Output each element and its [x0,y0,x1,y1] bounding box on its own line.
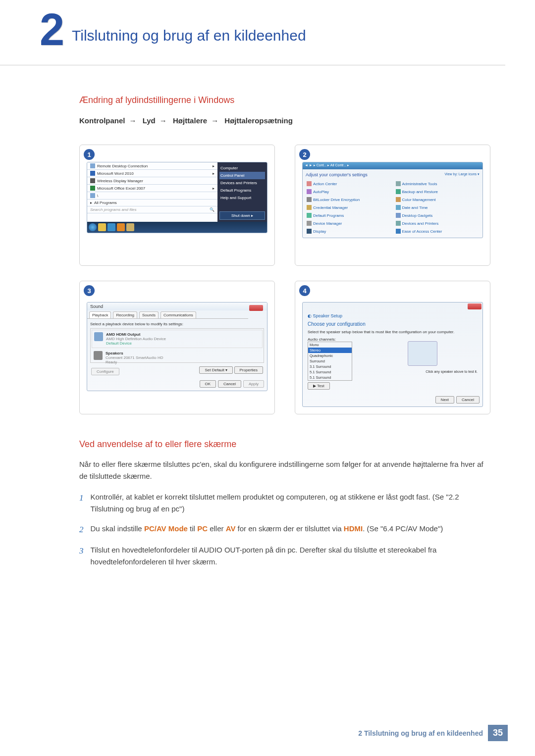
start-item[interactable]: Microsoft Office Excel 2007▸ [87,185,217,192]
autoplay-icon [307,189,312,194]
config-heading: Choose your configuration [308,321,478,327]
display-icon [307,229,312,234]
view-by[interactable]: View by: Large icons ▾ [445,172,480,180]
properties-button[interactable]: Properties [234,366,263,374]
cp-item[interactable]: Date and Time [395,204,480,211]
test-button[interactable]: ▶ Test [308,382,330,390]
start-item[interactable]: Microsoft Word 2010▸ [87,170,217,177]
cp-item[interactable]: Device Manager [306,220,391,227]
ok-button[interactable]: OK [200,380,216,388]
prompt-text: Select a playback device below to modify… [90,322,264,326]
hint-text: Click any speaker above to test it. [367,370,478,373]
cp-item[interactable]: AutoPlay [306,188,391,195]
close-icon[interactable] [468,303,482,309]
search-box[interactable]: Search programs and files🔍 [87,206,217,213]
start-link[interactable]: Help and Support [219,194,265,202]
start-orb-icon[interactable] [89,223,97,231]
taskbar [87,222,267,233]
flag-icon [307,181,312,186]
cp-item[interactable]: Backup and Restore [395,188,480,195]
close-icon[interactable] [249,305,263,311]
sound-tabs: Playback Recording Sounds Communications [87,310,248,319]
step-panel-3: 3 Sound Playback Recording Sounds Commun… [79,281,275,414]
page-footer: 2 Tilslutning og brug af en kildeenhed 3… [358,725,508,741]
step-number-1: 1 [84,149,95,160]
channels-label: Audio channels: [308,337,352,342]
step-number: 2 [79,523,84,536]
section-heading-1: Ændring af lydindstillingerne i Windows [79,95,490,105]
settings-path: Kontrolpanel→ Lyd→ Højttalere→ Højttaler… [79,116,490,125]
chapter-title: Tilslutning og brug af en kildeenhed [72,27,306,44]
next-button[interactable]: Next [435,396,454,403]
speaker-diagram [408,341,437,366]
cp-item[interactable]: Default Programs [306,212,391,219]
step-number-4: 4 [299,285,310,296]
step-item-3: 3 Tilslut en hovedtelefonfordeler til AU… [79,544,490,568]
cancel-button[interactable]: Cancel [456,396,480,403]
device-item[interactable]: SpeakersConexant 20671 SmartAudio HDRead… [92,349,263,366]
cp-item[interactable]: Ease of Access Center [395,228,480,235]
configure-button[interactable]: Configure [91,368,119,375]
start-link[interactable]: Devices and Printers [219,179,265,187]
programs-icon [307,213,312,218]
app-icon [90,186,95,191]
cp-item[interactable]: Devices and Printers [395,220,480,227]
step-number-3: 3 [84,285,95,296]
speaker-icon [94,332,103,341]
section-heading-2: Ved anvendelse af to eller flere skærme [79,439,490,450]
app-icon [90,171,95,176]
gadgets-icon [396,213,401,218]
start-link[interactable]: Computer [219,164,265,172]
step-panel-4: 4 ◐ Speaker Setup Choose your configurat… [295,281,490,414]
tab-communications[interactable]: Communications [160,311,196,318]
printer-icon [396,221,401,226]
apply-button[interactable]: Apply [243,380,264,388]
start-right-pane: Computer Control Panel Devices and Print… [217,162,267,222]
footer-chapter-title: 2 Tilslutning og brug af en kildeenhed [358,729,483,737]
device-icon [307,221,312,226]
start-menu-window: Remote Desktop Connection▸ Microsoft Wor… [87,162,268,233]
shut-down-button[interactable]: Shut down ▸ [219,211,265,220]
dialog-subtitle: Speaker Setup [313,313,343,318]
tab-playback[interactable]: Playback [89,311,111,318]
tab-recording[interactable]: Recording [113,311,137,318]
channels-listbox[interactable]: Mono Stereo Quadraphonic Surround 3.1 Su… [308,342,352,381]
taskbar-icon[interactable] [117,223,125,231]
speaker-icon [94,351,103,360]
step-number: 1 [79,491,84,515]
start-link[interactable]: Default Programs [219,187,265,194]
backup-icon [396,189,401,194]
cp-item[interactable]: Color Management [395,196,480,203]
page-number: 35 [488,725,508,741]
step-number-2: 2 [299,149,310,160]
cp-item[interactable]: BitLocker Drive Encryption [306,196,391,203]
step-item-2: 2 Du skal indstille PC/AV Mode til PC el… [79,523,490,536]
all-programs[interactable]: ▸ All Programs [87,200,217,206]
set-default-button[interactable]: Set Default ▾ [199,366,233,374]
app-icon [90,163,95,168]
start-item[interactable]: Remote Desktop Connection▸ [87,162,217,170]
cp-title: Adjust your computer's settings [306,172,368,177]
sound-dialog: Sound Playback Recording Sounds Communic… [87,302,268,391]
cp-item[interactable]: Display [306,228,391,235]
chapter-number: 2 [40,10,64,50]
device-item[interactable]: AMD HDMI OutputAMD High Definition Audio… [92,330,263,348]
access-icon [396,229,401,234]
speaker-setup-dialog: ◐ Speaker Setup Choose your configuratio… [302,302,483,407]
start-item[interactable]: Wireless Display Manager [87,177,217,185]
step-panel-1: 1 Remote Desktop Connection▸ Microsoft W… [79,145,275,266]
cp-item[interactable]: Desktop Gadgets [395,212,480,219]
cp-item[interactable]: Action Center [306,180,391,187]
cp-item[interactable]: Administrative Tools [395,180,480,187]
cp-item[interactable]: Credential Manager [306,204,391,211]
tab-sounds[interactable]: Sounds [139,311,159,318]
taskbar-icon[interactable] [98,223,106,231]
taskbar-icon[interactable] [126,223,134,231]
intro-paragraph: Når to eller flere skærme tilsluttes pc'… [79,458,490,482]
app-icon [90,193,95,198]
config-prompt: Select the speaker setup below that is m… [308,330,478,334]
taskbar-icon[interactable] [107,223,115,231]
start-link-control-panel[interactable]: Control Panel [219,172,265,179]
start-item[interactable]: \ [87,192,217,200]
cancel-button[interactable]: Cancel [218,380,241,388]
